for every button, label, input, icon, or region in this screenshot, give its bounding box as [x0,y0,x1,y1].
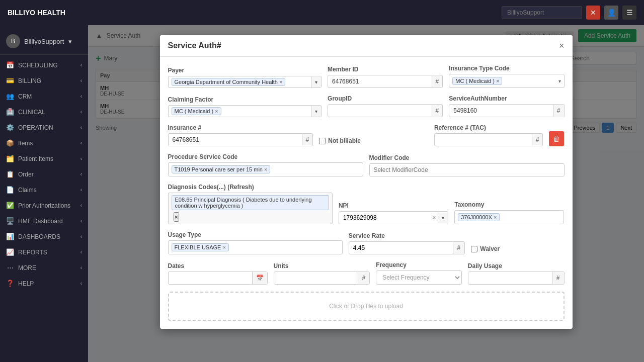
units-hash-btn[interactable]: # [358,272,370,284]
sidebar-item-label: MORE [18,264,36,272]
service-rate-hash-btn[interactable]: # [453,242,465,254]
npi-remove-btn[interactable]: × [430,214,438,221]
sidebar-item-help[interactable]: ❓ HELP ‹ [0,276,88,291]
delete-button[interactable]: 🗑 [549,131,564,146]
daily-usage-input[interactable] [468,272,552,284]
service-auth-number-label: ServiceAuthNumber [449,95,564,102]
sidebar-item-hme[interactable]: 🖥️ HME Dashboard ‹ [0,213,88,229]
not-billable-wrap: Not billable [319,137,428,144]
crm-icon: 👥 [6,93,14,100]
sidebar-item-crm[interactable]: 👥 CRM ‹ [0,88,88,104]
taxonomy-wrap[interactable]: 376J00000X × [454,210,564,224]
claiming-factor-wrap[interactable]: MC ( Medicaid ) × ▾ [168,105,322,117]
claims-icon: 📄 [6,186,14,194]
top-nav: BILLIYO HEALTH ✕ 👤 ☰ [0,0,644,25]
claiming-factor-inner: MC ( Medicaid ) × [169,106,311,117]
diagnosis-tag-remove[interactable]: × [174,212,180,222]
modal-body: Payer Georgia Department of Community He… [160,57,573,329]
payer-select-wrap[interactable]: Georgia Department of Community Health ×… [168,76,322,88]
procedure-code-wrap[interactable]: T1019 Personal care ser per 15 min × [168,162,363,176]
service-rate-input[interactable] [349,242,453,254]
claiming-factor-arrow-icon[interactable]: ▾ [311,106,321,117]
reference-tac-group: Reference # (TAC) # [434,124,543,146]
global-search-input[interactable] [502,6,582,19]
group-id-input[interactable] [328,105,432,117]
units-input[interactable] [274,272,358,284]
help-icon: ❓ [6,280,14,287]
group-id-label: GroupID [328,95,443,102]
clinical-icon: 🏥 [6,108,14,116]
insurance-type-wrap[interactable]: MC ( Medicaid ) × ▾ [449,74,564,88]
nav-icon-red[interactable]: ✕ [586,6,600,20]
sidebar-item-order[interactable]: 📋 Order ‹ [0,166,88,182]
upload-area[interactable]: Click or Drop files to upload [168,292,565,321]
member-id-hash-btn[interactable]: # [432,76,443,87]
taxonomy-tag-remove[interactable]: × [494,215,497,220]
waiver-checkbox[interactable] [471,246,477,252]
modifier-code-label: Modifier Code [369,154,565,161]
procedure-code-tag-remove[interactable]: × [264,167,267,172]
modal-close-button[interactable]: × [559,41,565,50]
reference-tac-input[interactable] [435,134,532,146]
nav-icon-menu[interactable]: ☰ [622,6,636,20]
patient-items-arrow: ‹ [80,156,82,161]
frequency-label: Frequency [376,261,462,268]
sidebar-item-items[interactable]: 📦 Items ‹ [0,135,88,151]
sidebar-item-claims[interactable]: 📄 Claims ‹ [0,182,88,198]
prior-auth-icon: ✅ [6,202,14,209]
sidebar-item-label: HME Dashboard [18,218,63,225]
insurance-type-tag-remove[interactable]: × [496,78,499,84]
nav-icon-user[interactable]: 👤 [604,6,618,20]
sidebar-item-reports[interactable]: 📈 REPORTS ‹ [0,244,88,260]
payer-tag-remove[interactable]: × [279,79,282,85]
form-row-7: Dates 📅 Units # Frequency [168,261,565,285]
sidebar-item-label: Patient Items [18,155,53,162]
more-icon: ⋯ [6,264,14,272]
not-billable-label: Not billable [328,137,361,144]
insurance-hash-btn[interactable]: # [302,134,313,145]
npi-label: NPI [339,202,448,209]
insurance-type-dropdown-icon[interactable]: ▾ [558,78,561,84]
not-billable-checkbox[interactable] [319,138,326,144]
reports-icon: 📈 [6,248,14,256]
sidebar-item-label: Items [18,140,33,147]
form-row-1: Payer Georgia Department of Community He… [168,65,565,88]
service-auth-number-input[interactable] [449,105,553,117]
sidebar-item-operation[interactable]: ⚙️ OPERATION ‹ [0,120,88,135]
service-auth-number-hash-btn[interactable]: # [553,105,564,116]
group-id-hash-btn[interactable]: # [432,105,443,116]
member-id-input[interactable] [328,75,432,87]
reference-tac-wrap: # [434,133,543,146]
sidebar-item-scheduling[interactable]: 📅 SCHEDULING ‹ [0,57,88,73]
sidebar-item-dashboards[interactable]: 📊 DASHBOARDS ‹ [0,229,88,244]
sidebar-item-patient-items[interactable]: 🗂️ Patient Items ‹ [0,151,88,166]
sidebar-item-label: Claims [18,187,37,194]
insurance-hash-input[interactable] [169,134,302,146]
reference-tac-hash-btn[interactable]: # [532,134,543,145]
payer-dropdown-arrow-icon[interactable]: ▾ [311,77,321,87]
frequency-select[interactable]: Select Frequency [376,270,462,285]
diagnosis-codes-wrap[interactable]: E08.65 Principal Diagnosis ( Diabetes du… [168,193,333,224]
npi-input[interactable] [339,212,430,224]
billing-arrow: ‹ [80,78,82,83]
usage-type-wrap[interactable]: FLEXIBLE USAGE × [168,240,343,254]
sidebar-item-label: CRM [18,93,32,100]
member-id-label: Member ID [328,66,443,73]
npi-dropdown-arrow-icon[interactable]: ▾ [438,213,448,223]
dates-calendar-icon[interactable]: 📅 [252,272,267,284]
sidebar-item-clinical[interactable]: 🏥 CLINICAL ‹ [0,104,88,120]
sidebar-item-more[interactable]: ⋯ MORE ‹ [0,260,88,276]
claiming-factor-remove[interactable]: × [215,109,218,114]
dates-group: Dates 📅 [168,262,268,285]
sidebar-item-label: CLINICAL [18,109,45,116]
daily-usage-hash-btn[interactable]: # [552,272,564,284]
sidebar-item-prior-auth[interactable]: ✅ Prior Authorizations ‹ [0,198,88,213]
order-icon: 📋 [6,170,14,178]
sidebar-item-billing[interactable]: 💳 BILLING ‹ [0,73,88,88]
modifier-code-input[interactable] [369,163,565,176]
usage-type-tag-remove[interactable]: × [222,245,225,250]
dates-input[interactable] [169,272,252,284]
diagnosis-codes-label: Diagnosis Codes(...) (Refresh) [168,184,333,191]
npi-wrap: × ▾ [339,211,448,224]
usage-type-label: Usage Type [168,231,343,238]
